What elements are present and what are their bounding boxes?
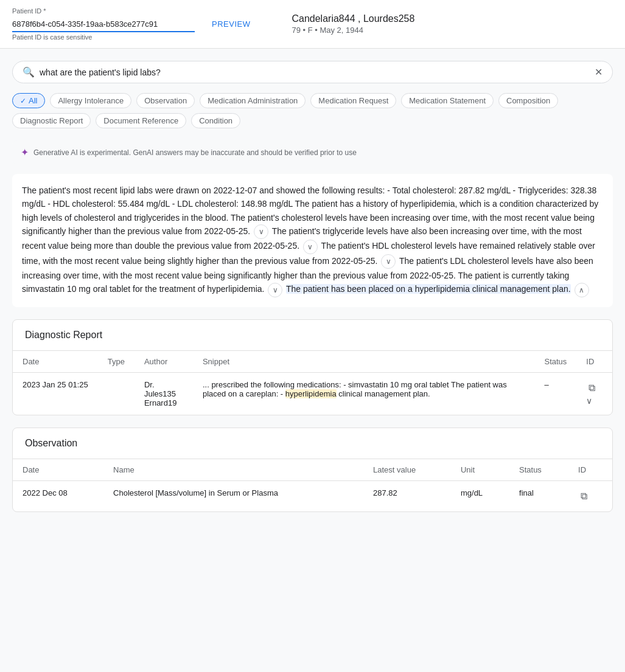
expand-row-button[interactable]: ∨ xyxy=(586,396,592,406)
chip-composition-label: Composition xyxy=(506,96,550,105)
ai-sparkle-icon: ✦ xyxy=(21,147,29,158)
diagnostic-report-header-row: Date Type Author Snippet Status ID xyxy=(13,351,612,373)
patient-info: Candelaria844 , Lourdes258 79 • F • May … xyxy=(292,13,414,35)
observation-title: Observation xyxy=(13,428,612,459)
obs-col-latest-value: Latest value xyxy=(363,459,451,481)
chip-medication-request[interactable]: Medication Request xyxy=(310,93,396,108)
chip-observation-label: Observation xyxy=(144,96,187,105)
check-icon: ✓ xyxy=(20,97,26,105)
chip-medication-request-label: Medication Request xyxy=(318,96,388,105)
col-author: Author xyxy=(134,351,193,373)
copy-button[interactable]: ⧉ xyxy=(586,380,598,396)
expand-ldl-btn[interactable]: ∨ xyxy=(268,283,282,297)
answer-text-highlighted: The patient has been placed on a hyperli… xyxy=(286,284,571,294)
obs-copy-button[interactable]: ⧉ xyxy=(578,488,590,504)
patient-name: Candelaria844 , Lourdes258 xyxy=(292,13,414,24)
search-icon: 🔍 xyxy=(23,66,35,78)
chip-observation[interactable]: Observation xyxy=(136,93,195,108)
patient-id-hint: Patient ID is case sensitive xyxy=(12,33,195,41)
search-bar: 🔍 ✕ xyxy=(12,61,613,83)
dr-type xyxy=(98,372,134,415)
chip-diagnostic-report[interactable]: Diagnostic Report xyxy=(12,113,91,128)
col-status: Status xyxy=(534,351,576,373)
header: Patient ID * Patient ID is case sensitiv… xyxy=(0,0,625,49)
patient-details: 79 • F • May 2, 1944 xyxy=(292,26,414,35)
dr-author-line2: Ernard19 xyxy=(144,398,183,407)
diagnostic-report-title: Diagnostic Report xyxy=(13,320,612,351)
chip-diagnostic-report-label: Diagnostic Report xyxy=(20,116,83,125)
chip-medication-admin[interactable]: Medication Administration xyxy=(200,93,306,108)
answer-section: The patient's most recent lipid labs wer… xyxy=(12,174,613,307)
search-input[interactable] xyxy=(40,68,595,77)
chip-document-reference-label: Document Reference xyxy=(103,116,178,125)
patient-id-section: Patient ID * Patient ID is case sensitiv… xyxy=(12,7,195,41)
expand-hdl-btn[interactable]: ∨ xyxy=(381,254,396,269)
search-bar-container: 🔍 ✕ xyxy=(12,61,613,83)
chip-allergy-label: Allergy Intolerance xyxy=(58,96,124,105)
obs-id-cell: ⧉ xyxy=(568,480,612,511)
obs-status: final xyxy=(509,480,568,511)
obs-col-status: Status xyxy=(509,459,568,481)
chip-all[interactable]: ✓ All xyxy=(12,93,45,108)
chip-medication-statement-label: Medication Statement xyxy=(409,96,486,105)
ai-notice-text: Generative AI is experimental. GenAI ans… xyxy=(33,148,357,157)
expand-highlighted-btn[interactable]: ∧ xyxy=(574,283,589,297)
diagnostic-report-table: Date Type Author Snippet Status ID 2023 … xyxy=(13,351,612,415)
patient-id-input[interactable] xyxy=(12,17,195,32)
obs-date: 2022 Dec 08 xyxy=(13,480,103,511)
chip-all-label: All xyxy=(29,96,37,105)
table-row: 2023 Jan 25 01:25 Dr. Jules135 Ernard19 … xyxy=(13,372,612,415)
obs-name: Cholesterol [Mass/volume] in Serum or Pl… xyxy=(103,480,363,511)
dr-snippet-highlight: hyperlipidemia xyxy=(285,389,337,398)
dr-snippet: ... prescribed the following medications… xyxy=(193,372,535,415)
dr-status: – xyxy=(534,372,576,415)
chip-medication-admin-label: Medication Administration xyxy=(208,96,298,105)
table-row: 2022 Dec 08 Cholesterol [Mass/volume] in… xyxy=(13,480,612,511)
expand-trig-btn[interactable]: ∨ xyxy=(303,240,318,254)
obs-latest-value: 287.82 xyxy=(363,480,451,511)
observation-table: Date Name Latest value Unit Status ID 20… xyxy=(13,459,612,511)
filter-chips: ✓ All Allergy Intolerance Observation Me… xyxy=(12,93,613,128)
obs-col-date: Date xyxy=(13,459,103,481)
chip-condition-label: Condition xyxy=(199,116,232,125)
dr-id-cell: ⧉ ∨ xyxy=(576,372,612,415)
chip-allergy[interactable]: Allergy Intolerance xyxy=(50,93,131,108)
clear-icon[interactable]: ✕ xyxy=(595,66,602,78)
dr-date: 2023 Jan 25 01:25 xyxy=(13,372,98,415)
col-id: ID xyxy=(576,351,612,373)
chip-condition[interactable]: Condition xyxy=(191,113,240,128)
obs-unit: mg/dL xyxy=(451,480,509,511)
chip-composition[interactable]: Composition xyxy=(498,93,558,108)
preview-button[interactable]: PREVIEW xyxy=(204,16,257,32)
diagnostic-report-card: Diagnostic Report Date Type Author Snipp… xyxy=(12,319,613,415)
observation-header-row: Date Name Latest value Unit Status ID xyxy=(13,459,612,481)
col-date: Date xyxy=(13,351,98,373)
chip-document-reference[interactable]: Document Reference xyxy=(96,113,186,128)
dr-author-line1: Dr. Jules135 xyxy=(144,380,183,398)
col-type: Type xyxy=(98,351,134,373)
col-snippet: Snippet xyxy=(193,351,535,373)
obs-col-id: ID xyxy=(568,459,612,481)
expand-cholesterol-btn[interactable]: ∨ xyxy=(254,224,268,239)
ai-notice: ✦ Generative AI is experimental. GenAI a… xyxy=(12,140,613,164)
dr-author: Dr. Jules135 Ernard19 xyxy=(134,372,193,415)
obs-col-name: Name xyxy=(103,459,363,481)
obs-col-unit: Unit xyxy=(451,459,509,481)
chip-medication-statement[interactable]: Medication Statement xyxy=(401,93,494,108)
main-content: 🔍 ✕ ✓ All Allergy Intolerance Observatio… xyxy=(0,49,625,536)
patient-id-label: Patient ID * xyxy=(12,7,195,15)
dr-snippet-after: clinical management plan. xyxy=(338,389,430,398)
observation-card: Observation Date Name Latest value Unit … xyxy=(12,428,613,512)
